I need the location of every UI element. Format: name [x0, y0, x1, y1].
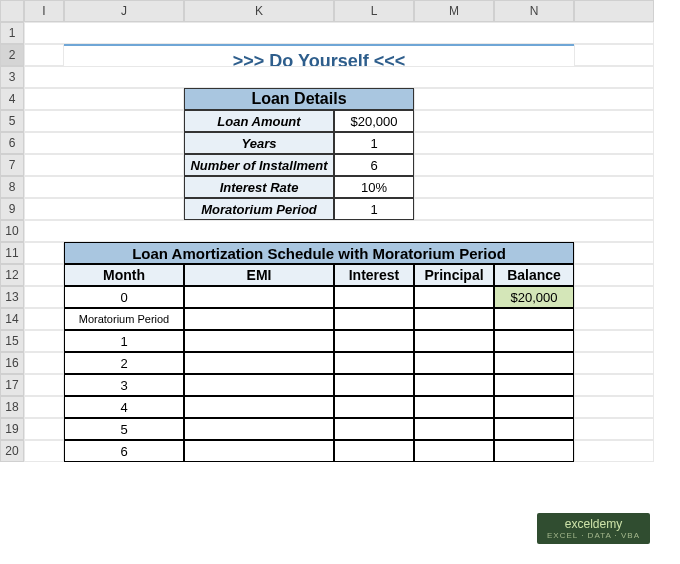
row-header-20[interactable]: 20 — [0, 440, 24, 462]
sched-month[interactable]: 1 — [64, 330, 184, 352]
cell[interactable] — [24, 88, 184, 110]
loan-label[interactable]: Interest Rate — [184, 176, 334, 198]
loan-value[interactable]: 1 — [334, 198, 414, 220]
sched-interest[interactable] — [334, 440, 414, 462]
row-header-14[interactable]: 14 — [0, 308, 24, 330]
sched-principal[interactable] — [414, 440, 494, 462]
cell[interactable] — [574, 440, 654, 462]
sched-interest[interactable] — [334, 308, 414, 330]
sched-head-interest[interactable]: Interest — [334, 264, 414, 286]
loan-label[interactable]: Loan Amount — [184, 110, 334, 132]
row-header-17[interactable]: 17 — [0, 374, 24, 396]
cell[interactable] — [574, 264, 654, 286]
row-header-10[interactable]: 10 — [0, 220, 24, 242]
sched-principal[interactable] — [414, 374, 494, 396]
loan-value[interactable]: 6 — [334, 154, 414, 176]
sched-principal[interactable] — [414, 308, 494, 330]
sched-month[interactable]: 2 — [64, 352, 184, 374]
loan-value[interactable]: $20,000 — [334, 110, 414, 132]
cell[interactable] — [574, 44, 654, 66]
sched-emi[interactable] — [184, 374, 334, 396]
cell[interactable] — [24, 198, 184, 220]
sched-emi[interactable] — [184, 440, 334, 462]
spreadsheet-grid[interactable]: I J K L M N 1 2 >>> Do Yourself <<< 3 4 … — [0, 0, 680, 462]
row-header-15[interactable]: 15 — [0, 330, 24, 352]
cell[interactable] — [574, 242, 654, 264]
sched-interest[interactable] — [334, 396, 414, 418]
col-header-blank[interactable] — [574, 0, 654, 22]
sched-head-month[interactable]: Month — [64, 264, 184, 286]
sched-emi[interactable] — [184, 418, 334, 440]
sched-emi[interactable] — [184, 308, 334, 330]
cell[interactable] — [24, 242, 64, 264]
cell[interactable] — [574, 396, 654, 418]
row-header-2[interactable]: 2 — [0, 44, 24, 66]
cell[interactable] — [574, 374, 654, 396]
cell[interactable] — [574, 418, 654, 440]
row-header-16[interactable]: 16 — [0, 352, 24, 374]
cell[interactable] — [414, 88, 654, 110]
cell[interactable] — [24, 308, 64, 330]
cell[interactable] — [414, 132, 654, 154]
sched-balance[interactable] — [494, 330, 574, 352]
cell[interactable] — [24, 154, 184, 176]
col-header-J[interactable]: J — [64, 0, 184, 22]
loan-label[interactable]: Years — [184, 132, 334, 154]
row-header-8[interactable]: 8 — [0, 176, 24, 198]
cell[interactable] — [24, 44, 64, 66]
sched-balance[interactable] — [494, 396, 574, 418]
sched-balance[interactable] — [494, 352, 574, 374]
sched-balance[interactable] — [494, 440, 574, 462]
sched-principal[interactable] — [414, 330, 494, 352]
sched-balance[interactable] — [494, 308, 574, 330]
sched-emi[interactable] — [184, 286, 334, 308]
cell[interactable] — [24, 418, 64, 440]
row-header-18[interactable]: 18 — [0, 396, 24, 418]
cell[interactable] — [414, 198, 654, 220]
row-header-4[interactable]: 4 — [0, 88, 24, 110]
sched-principal[interactable] — [414, 418, 494, 440]
sched-balance[interactable] — [494, 374, 574, 396]
col-header-I[interactable]: I — [24, 0, 64, 22]
row-header-9[interactable]: 9 — [0, 198, 24, 220]
sched-principal[interactable] — [414, 396, 494, 418]
cell[interactable] — [24, 132, 184, 154]
cell[interactable] — [574, 286, 654, 308]
cell[interactable] — [24, 374, 64, 396]
cell[interactable] — [24, 264, 64, 286]
sched-emi[interactable] — [184, 330, 334, 352]
sched-principal[interactable] — [414, 286, 494, 308]
sched-month[interactable]: 4 — [64, 396, 184, 418]
col-header-M[interactable]: M — [414, 0, 494, 22]
cell[interactable] — [414, 176, 654, 198]
row-header-19[interactable]: 19 — [0, 418, 24, 440]
col-header-K[interactable]: K — [184, 0, 334, 22]
cell[interactable] — [24, 22, 654, 44]
row-header-5[interactable]: 5 — [0, 110, 24, 132]
cell[interactable] — [24, 286, 64, 308]
sched-head-principal[interactable]: Principal — [414, 264, 494, 286]
row-header-7[interactable]: 7 — [0, 154, 24, 176]
col-header-N[interactable]: N — [494, 0, 574, 22]
cell[interactable] — [24, 352, 64, 374]
sched-interest[interactable] — [334, 330, 414, 352]
cell[interactable] — [24, 110, 184, 132]
row-header-3[interactable]: 3 — [0, 66, 24, 88]
sched-interest[interactable] — [334, 352, 414, 374]
select-all-corner[interactable] — [0, 0, 24, 22]
sched-balance[interactable] — [494, 418, 574, 440]
row-header-6[interactable]: 6 — [0, 132, 24, 154]
sched-head-balance[interactable]: Balance — [494, 264, 574, 286]
loan-value[interactable]: 10% — [334, 176, 414, 198]
sched-month[interactable]: 6 — [64, 440, 184, 462]
sched-interest[interactable] — [334, 374, 414, 396]
cell[interactable] — [24, 396, 64, 418]
cell[interactable] — [24, 66, 654, 88]
cell[interactable] — [574, 308, 654, 330]
row-header-1[interactable]: 1 — [0, 22, 24, 44]
cell[interactable] — [414, 154, 654, 176]
sched-emi[interactable] — [184, 352, 334, 374]
loan-label[interactable]: Moratorium Period — [184, 198, 334, 220]
cell[interactable] — [24, 220, 654, 242]
loan-value[interactable]: 1 — [334, 132, 414, 154]
